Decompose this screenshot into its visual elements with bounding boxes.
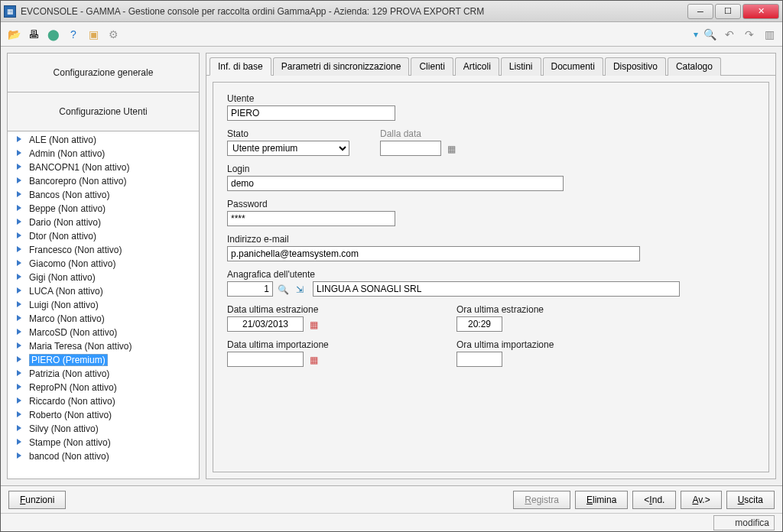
toolbar-gear-icon[interactable]: ⚙ (105, 26, 122, 43)
toolbar-layout-icon[interactable]: ▥ (761, 26, 778, 43)
email-label: Indirizzo e-mail (227, 234, 755, 245)
uscita-button[interactable]: Uscita (726, 491, 775, 509)
data-import-input[interactable] (227, 352, 304, 367)
window-title: EVCONSOLE - GAMMA - Gestione console per… (21, 6, 686, 17)
toolbar-undo-icon[interactable]: ↶ (721, 26, 738, 43)
tab[interactable]: Parametri di sincronizzazione (273, 57, 410, 76)
titlebar: ▦ EVCONSOLE - GAMMA - Gestione console p… (1, 1, 782, 22)
indietro-button[interactable]: <Ind. (632, 491, 676, 509)
login-input[interactable] (227, 176, 564, 191)
tree-item[interactable]: Beppe (Non attivo) (8, 202, 199, 216)
funzioni-button[interactable]: Funzioni (8, 491, 66, 509)
users-tree[interactable]: ALE (Non attivo)Admin (Non attivo)BANCOP… (7, 131, 200, 479)
lookup-icon[interactable]: 🔍 (277, 284, 289, 296)
login-label: Login (227, 164, 755, 174)
calendar-icon[interactable]: ▦ (307, 319, 320, 331)
bottom-bar: Funzioni Registra Elimina <Ind. Av.> Usc… (1, 485, 782, 513)
toolbar-open-icon[interactable]: 📂 (5, 26, 22, 43)
tree-item[interactable]: Bancorepro (Non attivo) (8, 174, 199, 188)
tab[interactable]: Catalogo (668, 57, 721, 76)
tree-item[interactable]: Roberto (Non attivo) (8, 408, 199, 422)
toolbar-cd-icon[interactable]: ⬤ (45, 26, 62, 43)
tab[interactable]: Inf. di base (210, 57, 271, 76)
tree-item[interactable]: bancod (Non attivo) (8, 449, 199, 463)
link-icon[interactable]: ⇲ (294, 284, 306, 296)
section-config-general[interactable]: Configurazione generale (7, 53, 200, 92)
ora-import-label: Ora ultima importazione (456, 339, 554, 350)
tree-item[interactable]: Dario (Non attivo) (8, 216, 199, 229)
maximize-button[interactable]: ☐ (715, 4, 741, 19)
tabs-row: Inf. di baseParametri di sincronizzazion… (206, 54, 775, 76)
app-window: ▦ EVCONSOLE - GAMMA - Gestione console p… (0, 0, 783, 532)
anagrafica-code-input[interactable] (227, 281, 273, 297)
calendar-icon[interactable]: ▦ (445, 143, 457, 155)
tree-item[interactable]: Maria Teresa (Non attivo) (8, 339, 199, 353)
tab[interactable]: Articoli (455, 57, 499, 76)
tree-item[interactable]: Luigi (Non attivo) (8, 298, 199, 312)
tree-item[interactable]: BANCOPN1 (Non attivo) (8, 161, 199, 174)
utente-input[interactable] (227, 105, 395, 121)
toolbar-help-icon[interactable]: ? (65, 26, 82, 43)
tree-item[interactable]: Gigi (Non attivo) (8, 271, 199, 284)
tree-item[interactable]: Admin (Non attivo) (8, 147, 199, 161)
tree-item[interactable]: MarcoSD (Non attivo) (8, 326, 199, 339)
close-button[interactable]: ✕ (742, 4, 779, 19)
anagrafica-label: Anagrafica dell'utente (227, 269, 755, 280)
dalla-data-label: Dalla data (380, 128, 457, 139)
ora-import-input[interactable] (456, 352, 502, 367)
tree-item[interactable]: Giacomo (Non attivo) (8, 257, 199, 271)
section-config-users[interactable]: Configurazione Utenti (7, 92, 200, 131)
ora-estrazione-input[interactable] (456, 316, 502, 332)
toolbar: 📂 🖶 ⬤ ? ▣ ⚙ ▾ 🔍 ↶ ↷ ▥ (1, 22, 782, 47)
tree-item[interactable]: Silvy (Non attivo) (8, 422, 199, 436)
toolbar-print-icon[interactable]: 🖶 (25, 26, 42, 43)
tree-item[interactable]: Marco (Non attivo) (8, 312, 199, 326)
dalla-data-input[interactable] (380, 141, 441, 156)
data-estrazione-label: Data ultima estrazione (227, 304, 426, 315)
registra-button[interactable]: Registra (513, 491, 570, 509)
data-estrazione-input[interactable] (227, 316, 304, 332)
toolbar-redo-icon[interactable]: ↷ (741, 26, 758, 43)
tree-item[interactable]: Dtor (Non attivo) (8, 229, 199, 243)
stato-select[interactable]: Utente premium (227, 141, 349, 156)
utente-label: Utente (227, 93, 755, 104)
tree-item[interactable]: Bancos (Non attivo) (8, 188, 199, 202)
tab-page-basic-info: Utente Stato Utente premium Dalla data ▦ (213, 82, 769, 472)
password-input[interactable] (227, 211, 395, 226)
tree-item[interactable]: Francesco (Non attivo) (8, 243, 199, 257)
toolbar-separator-icon: ▾ (694, 29, 698, 40)
tree-item[interactable]: ALE (Non attivo) (8, 133, 199, 147)
email-input[interactable] (227, 246, 640, 261)
toolbar-folder-icon[interactable]: ▣ (85, 26, 102, 43)
avanti-button[interactable]: Av.> (681, 491, 721, 509)
app-icon: ▦ (4, 5, 16, 18)
tree-item[interactable]: Riccardo (Non attivo) (8, 394, 199, 408)
tree-item[interactable]: LUCA (Non attivo) (8, 284, 199, 298)
stato-label: Stato (227, 128, 349, 139)
tab[interactable]: Clienti (411, 57, 453, 76)
elimina-button[interactable]: Elimina (575, 491, 628, 509)
status-indicator: modifica (713, 515, 775, 530)
ora-estrazione-label: Ora ultima estrazione (456, 304, 544, 315)
toolbar-search-icon[interactable]: 🔍 (701, 26, 718, 43)
tab[interactable]: Listini (501, 57, 541, 76)
password-label: Password (227, 199, 755, 209)
tree-item[interactable]: PIERO (Premium) (8, 353, 199, 367)
data-import-label: Data ultima importazione (227, 339, 426, 350)
tab[interactable]: Documenti (543, 57, 603, 76)
calendar-icon[interactable]: ▦ (307, 354, 320, 366)
tree-item[interactable]: Patrizia (Non attivo) (8, 367, 199, 381)
tree-item[interactable]: ReproPN (Non attivo) (8, 381, 199, 394)
minimize-button[interactable]: ─ (687, 4, 713, 19)
tree-item[interactable]: Stampe (Non attivo) (8, 436, 199, 449)
tab[interactable]: Dispositivo (605, 57, 666, 76)
anagrafica-name-input (313, 281, 680, 297)
